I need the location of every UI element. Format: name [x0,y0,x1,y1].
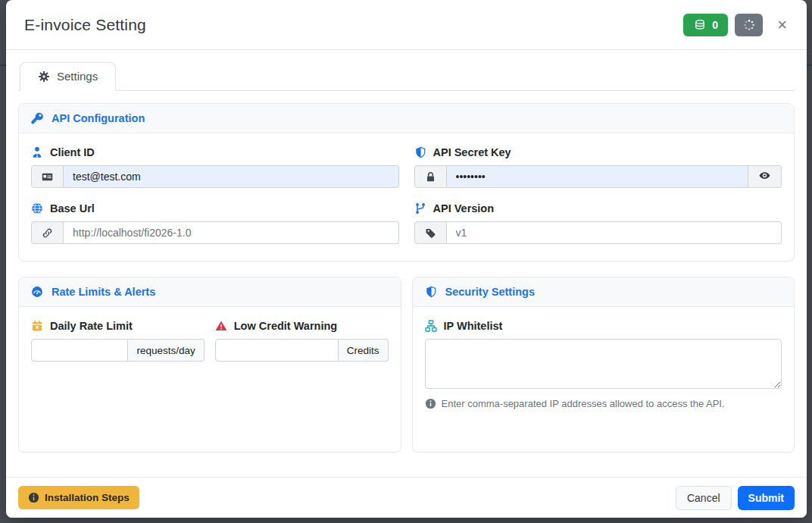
submit-button[interactable]: Submit [738,486,795,510]
link-icon [31,221,64,244]
client-id-label-row: Client ID [31,146,399,158]
e-invoice-setting-modal: E-invoice Setting 0 [6,0,807,518]
warning-triangle-icon [215,320,227,332]
coins-icon [693,18,707,32]
ip-whitelist-hint: Enter comma-separated IP addresses allow… [425,398,782,409]
ip-whitelist-hint-text: Enter comma-separated IP addresses allow… [442,398,725,409]
footer-actions: Cancel Submit [676,486,795,510]
low-credit-warning-label: Low Credit Warning [234,320,337,332]
globe-icon [31,202,43,215]
rate-limits-card: Rate Limits & Alerts [18,277,401,453]
info-circle-icon [425,398,436,409]
ip-whitelist-textarea[interactable] [425,339,782,389]
credits-button[interactable]: 0 [683,14,728,36]
ip-whitelist-field: IP Whitelist [425,320,782,409]
modal-footer: Installation Steps Cancel Submit [6,477,807,518]
base-url-label-row: Base Url [31,202,399,215]
client-id-input[interactable] [64,165,399,188]
ip-whitelist-label: IP Whitelist [444,320,503,332]
api-secret-key-field: API Secret Key [414,146,782,188]
api-configuration-body: Client ID [19,133,794,261]
daily-rate-limit-label: Daily Rate Limit [50,320,133,332]
credits-count: 0 [712,19,718,31]
api-configuration-header: API Configuration [19,104,794,133]
security-settings-card: Security Settings [412,277,795,453]
daily-rate-limit-field: Daily Rate Limit requests/day [31,320,205,362]
base-url-input[interactable] [64,221,399,244]
low-credit-warning-unit: Credits [339,339,389,362]
user-tie-icon [31,146,43,158]
base-url-label: Base Url [50,202,95,215]
lower-cards-row: Rate Limits & Alerts [18,277,795,453]
id-card-icon [31,165,64,188]
gear-icon [38,70,50,83]
spinner-icon [743,19,755,31]
api-secret-key-label: API Secret Key [433,146,511,158]
api-configuration-title: API Configuration [52,112,145,124]
security-settings-title: Security Settings [445,286,535,298]
tab-settings-label: Settings [57,70,98,83]
ip-whitelist-label-row: IP Whitelist [425,320,782,332]
rate-limits-title: Rate Limits & Alerts [52,286,155,298]
modal-body: Settings API Configuration [6,50,807,477]
daily-rate-limit-unit: requests/day [128,339,204,362]
gauge-icon [31,286,43,298]
tab-settings[interactable]: Settings [20,62,116,91]
tag-icon [414,221,447,244]
close-icon[interactable]: × [777,17,787,33]
low-credit-warning-field: Low Credit Warning Credits [215,320,389,362]
base-url-field: Base Url [31,202,399,244]
installation-steps-button[interactable]: Installation Steps [18,486,139,509]
low-credit-warning-label-row: Low Credit Warning [215,320,389,332]
low-credit-warning-input-group: Credits [215,339,389,362]
daily-rate-limit-input-group: requests/day [31,339,205,362]
refresh-button[interactable] [735,14,763,36]
tab-bar: Settings [18,62,795,91]
shield-icon [414,146,426,158]
calendar-icon [31,320,43,332]
page-title: E-invoice Setting [24,16,146,34]
client-id-field: Client ID [31,146,399,188]
eye-icon [759,170,770,181]
api-secret-key-label-row: API Secret Key [414,146,782,158]
network-icon [425,320,437,332]
toggle-password-visibility-button[interactable] [748,165,782,188]
modal-header: E-invoice Setting 0 [6,0,807,50]
tab-content: API Configuration [18,91,795,453]
info-circle-icon [28,492,39,503]
rate-limits-body: Daily Rate Limit requests/day [19,307,401,378]
daily-rate-limit-label-row: Daily Rate Limit [31,320,205,332]
api-configuration-card: API Configuration [18,103,795,262]
cancel-button[interactable]: Cancel [676,486,732,510]
api-version-label: API Version [433,202,495,215]
client-id-input-group [31,165,399,188]
api-version-input-group [414,221,782,244]
code-branch-icon [414,202,426,215]
api-version-input[interactable] [447,221,782,244]
api-secret-key-input[interactable] [447,165,749,188]
security-settings-header: Security Settings [413,277,795,307]
api-secret-key-input-group [414,165,782,188]
security-settings-body: IP Whitelist [413,307,795,426]
api-version-label-row: API Version [414,202,782,215]
client-id-label: Client ID [50,146,95,158]
installation-steps-label: Installation Steps [45,492,130,503]
api-version-field: API Version [414,202,782,244]
base-url-input-group [31,221,399,244]
header-actions: 0 × [683,14,787,36]
shield-icon [425,286,437,298]
rate-limits-header: Rate Limits & Alerts [19,277,401,307]
key-icon [31,112,43,124]
daily-rate-limit-input[interactable] [31,339,128,362]
lock-icon [414,165,447,188]
low-credit-warning-input[interactable] [215,339,339,362]
